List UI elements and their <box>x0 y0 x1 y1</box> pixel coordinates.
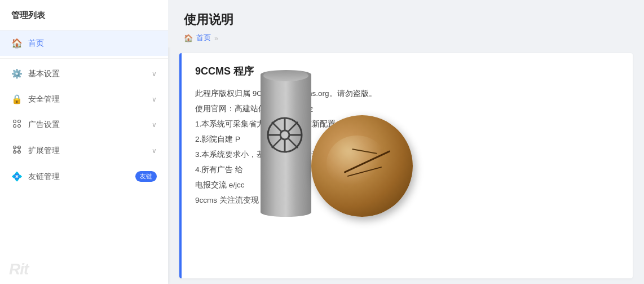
content-line-1: 使用官网：高建站体验和建站安全 <box>195 101 619 116</box>
home-icon: 🏠 <box>11 38 23 49</box>
sidebar: 管理列表 🏠 首页 ⚙️ 基本设置 ∨ 🔒 安全管理 ∨ 广告设置 ∨ <box>0 0 168 284</box>
sidebar-bottom: Rit <box>0 189 168 284</box>
sidebar-divider-1 <box>0 58 168 59</box>
sidebar-item-friend-links[interactable]: 💠 友链管理 友链 <box>0 164 168 189</box>
svg-point-3 <box>18 125 21 128</box>
friend-links-icon: 💠 <box>11 171 23 182</box>
chevron-down-icon: ∨ <box>152 70 157 78</box>
sidebar-item-label: 扩展管理 <box>28 146 152 156</box>
breadcrumb: 🏠 首页 » <box>184 33 628 43</box>
sidebar-item-basic-settings[interactable]: ⚙️ 基本设置 ∨ <box>0 61 168 86</box>
page-title-bar: 使用说明 🏠 首页 » <box>168 0 644 47</box>
chevron-down-icon: ∨ <box>152 147 157 155</box>
chevron-down-icon: ∨ <box>152 95 157 103</box>
content-line-2: 1.本系统可采集省力。新版架构重新配置 <box>195 116 619 132</box>
content-line-7: 9ccms 关注流变现，不懈努力！ <box>195 193 619 208</box>
content-line-6: 电报交流 e/jcc <box>195 177 619 193</box>
friend-links-badge: 友链 <box>135 171 157 182</box>
page-title: 使用说明 <box>184 11 628 28</box>
breadcrumb-home-icon: 🏠 <box>184 34 193 42</box>
content-card: 9CCMS 程序 此程序版权归属 9CMS www.9ccms.org。请勿盗版… <box>179 53 633 278</box>
svg-point-2 <box>14 125 16 128</box>
content-lines: 此程序版权归属 9CMS www.9ccms.org。请勿盗版。 使用官网：高建… <box>195 86 619 208</box>
content-line-5: 4.所有广告 给 <box>195 162 619 177</box>
breadcrumb-separator: » <box>214 34 218 42</box>
ads-icon <box>11 119 23 130</box>
svg-point-0 <box>14 120 16 123</box>
sidebar-watermark: Rit <box>9 260 28 278</box>
extension-icon <box>11 145 23 156</box>
gear-icon: ⚙️ <box>11 68 23 79</box>
main-content: 使用说明 🏠 首页 » 9CCMS 程序 此程序版权归属 9CMS www.9c… <box>168 0 644 284</box>
sidebar-item-label: 友链管理 <box>28 172 135 182</box>
sidebar-item-ads[interactable]: 广告设置 ∨ <box>0 112 168 138</box>
chevron-down-icon: ∨ <box>152 121 157 129</box>
sidebar-item-label: 基本设置 <box>28 69 152 79</box>
sidebar-header: 管理列表 <box>0 0 168 30</box>
lock-icon: 🔒 <box>11 94 23 104</box>
sidebar-item-security[interactable]: 🔒 安全管理 ∨ <box>0 86 168 112</box>
content-line-0: 此程序版权归属 9CMS www.9ccms.org。请勿盗版。 <box>195 86 619 101</box>
sidebar-item-home[interactable]: 🏠 首页 <box>0 30 168 56</box>
sidebar-item-label: 安全管理 <box>28 94 152 104</box>
sidebar-item-label: 广告设置 <box>28 120 152 130</box>
svg-point-1 <box>18 120 21 123</box>
breadcrumb-home-link[interactable]: 首页 <box>196 33 211 43</box>
sidebar-item-extensions[interactable]: 扩展管理 ∨ <box>0 138 168 164</box>
content-line-3: 2.影院自建 P <box>195 132 619 147</box>
sidebar-item-label: 首页 <box>28 38 157 49</box>
content-title: 9CCMS 程序 <box>195 64 619 78</box>
content-line-4: 3.本系统要求小，基本所有的PHP环境都可轻松带起。 <box>195 147 619 162</box>
